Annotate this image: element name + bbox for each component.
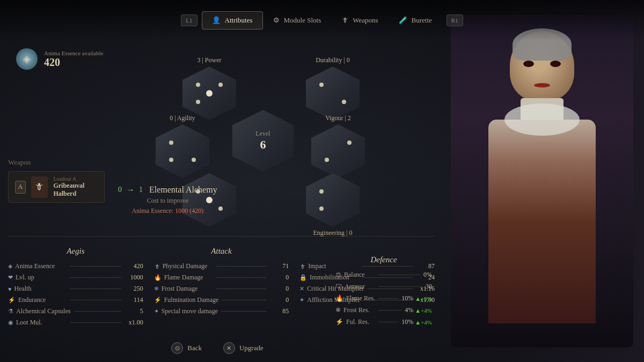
alchemy-name: Elemental Alchemy — [149, 185, 217, 195]
tab-attributes[interactable]: 👤 Attributes — [202, 11, 263, 29]
frost-damage-icon: ❄ — [154, 285, 159, 292]
flame-damage-name: Flame Damage — [164, 274, 203, 282]
stat-line — [378, 298, 399, 299]
attack-stat-5: ✦ Special move damage 85 — [154, 307, 289, 315]
r1-button[interactable]: R1 — [447, 14, 463, 26]
upgrade-icon: ✕ — [223, 342, 235, 354]
aegis-title: Aegis — [8, 247, 143, 256]
stat-line — [222, 300, 267, 300]
capsules-stat-icon: ⚗ — [8, 308, 13, 315]
weapon-letter: A — [15, 181, 26, 194]
engineering-hex-wrapper[interactable]: Engineering | 0 — [306, 173, 360, 237]
frost-res-bonus: ▲+4% — [415, 307, 432, 314]
engineering-hexagon[interactable] — [306, 173, 360, 227]
ful-res-stat: ⚡ Ful. Res. 10% ▲+4% — [335, 318, 432, 326]
durability-hex-wrapper[interactable]: Durability | 0 — [306, 56, 360, 120]
alchemy-cost-label: Cost to improve — [147, 197, 188, 204]
stat-line — [378, 310, 402, 311]
balance-value: 0% — [423, 271, 432, 279]
stat-line — [378, 322, 399, 322]
stat-line — [74, 311, 121, 312]
hex-node — [319, 83, 324, 87]
level-hex-wrapper: Level 6 — [232, 110, 294, 172]
durability-hexagon[interactable] — [306, 67, 360, 120]
power-hex-wrapper[interactable]: 3 | Power — [182, 56, 236, 120]
alchemy-cost-value: 1000 (420) — [175, 207, 203, 215]
armour-name: Armour — [345, 283, 365, 291]
alchemy-arrow: → — [126, 185, 135, 195]
physical-damage-name: Physical Damage — [163, 262, 208, 270]
alchemy-upgrade-to: 1 — [139, 186, 143, 194]
endurance-stat-value: 114 — [125, 296, 143, 304]
agility-hexagon[interactable] — [156, 124, 209, 178]
immobilisation-icon: 🔒 — [299, 274, 307, 281]
ful-res-name: Ful. Res. — [346, 318, 369, 326]
health-stat-value: 250 — [125, 285, 143, 293]
loot-stat-value: x1.00 — [125, 319, 143, 327]
critical-hit-icon: ✕ — [299, 285, 304, 292]
weapons-icon: 🗡 — [341, 16, 348, 25]
frost-damage-name: Frost Damage — [162, 285, 198, 293]
tab-module-slots[interactable]: ⚙ Module Slots — [263, 11, 332, 29]
special-move-name: Special move damage — [162, 307, 218, 315]
frost-res-icon: ❄ — [335, 306, 341, 314]
upgrade-button[interactable]: ✕ Upgrade — [223, 342, 264, 354]
weapon-icon: 🗡 — [31, 176, 48, 198]
aegis-stat-5: ⚗ Alchemical Capsules 5 — [8, 307, 143, 315]
tab-burette[interactable]: 🧪 Burette — [389, 11, 442, 29]
stat-line — [216, 266, 267, 267]
agility-hex-wrapper[interactable]: 0 | Agility — [156, 114, 209, 178]
attributes-icon: 👤 — [212, 16, 221, 25]
alchemy-title: 0 → 1 Elemental Alchemy — [118, 185, 217, 195]
stat-line — [216, 277, 267, 278]
flame-res-name: Flame Res. — [346, 294, 375, 302]
back-button[interactable]: ⊙ Back — [171, 342, 202, 354]
alchemy-cost: Cost to improve — [118, 197, 217, 205]
lvlup-stat-icon: ❤ — [8, 274, 13, 281]
hex-node — [218, 206, 223, 211]
anima-stat-value: 420 — [125, 262, 143, 270]
vigour-hex-wrapper[interactable]: Vigour | 2 — [311, 114, 365, 178]
defence-section: Defence ⚖ Balance 0% 🛡 Armour 30 🔥 Flame… — [335, 255, 432, 330]
armour-value: 30 — [426, 283, 432, 291]
level-hexagon: Level 6 — [232, 110, 294, 172]
weapons-label: Weapons — [353, 16, 378, 25]
bottom-actions: ⊙ Back ✕ Upgrade — [0, 342, 435, 354]
frost-res-stat: ❄ Frost Res. 4% ▲+4% — [335, 306, 432, 314]
module-slots-label: Module Slots — [284, 16, 321, 25]
level-label: Level — [255, 130, 270, 138]
physical-damage-icon: 🗡 — [154, 263, 160, 270]
stat-line — [378, 275, 421, 275]
flame-damage-value: 0 — [270, 274, 289, 282]
physical-damage-value: 71 — [270, 262, 289, 270]
vigour-label: Vigour | 2 — [325, 114, 351, 122]
hex-node — [347, 141, 352, 145]
stat-line — [70, 300, 121, 300]
affliction-icon: ✦ — [299, 297, 304, 304]
attack-section: Attack 🗡 Physical Damage 71 🔥 Flame Dama… — [154, 247, 289, 330]
special-move-icon: ✦ — [154, 308, 159, 315]
endurance-stat-icon: ⚡ — [8, 297, 16, 304]
stat-line — [70, 289, 121, 289]
anima-stat-name: Anima Essence — [15, 262, 55, 270]
aegis-stat-3: ♥ Health 250 — [8, 285, 143, 293]
special-move-value: 85 — [270, 307, 289, 315]
ful-res-icon: ⚡ — [335, 318, 343, 326]
balance-icon: ⚖ — [335, 271, 341, 279]
attack-stat-2: 🔥 Flame Damage 0 — [154, 274, 289, 282]
l1-button[interactable]: L1 — [181, 14, 197, 26]
back-label: Back — [187, 344, 202, 352]
alchemy-upgrade-from: 0 — [118, 186, 122, 194]
fulmination-damage-name: Fulmination Damage — [164, 296, 219, 304]
power-hexagon[interactable] — [182, 67, 236, 120]
flame-res-icon: 🔥 — [335, 294, 343, 302]
aegis-stat-2: ❤ Lvl. up 1000 — [8, 274, 143, 282]
aegis-stat-4: ⚡ Endurance 114 — [8, 296, 143, 304]
vigour-hexagon[interactable] — [311, 124, 365, 178]
tab-weapons[interactable]: 🗡 Weapons — [331, 11, 388, 29]
frost-res-name: Frost Res. — [343, 306, 370, 314]
flame-res-value: 10% — [401, 294, 413, 302]
burette-label: Burette — [412, 16, 432, 25]
ful-res-value: 10% — [401, 318, 413, 326]
top-navigation: L1 👤 Attributes ⚙ Module Slots 🗡 Weapons… — [0, 0, 644, 40]
